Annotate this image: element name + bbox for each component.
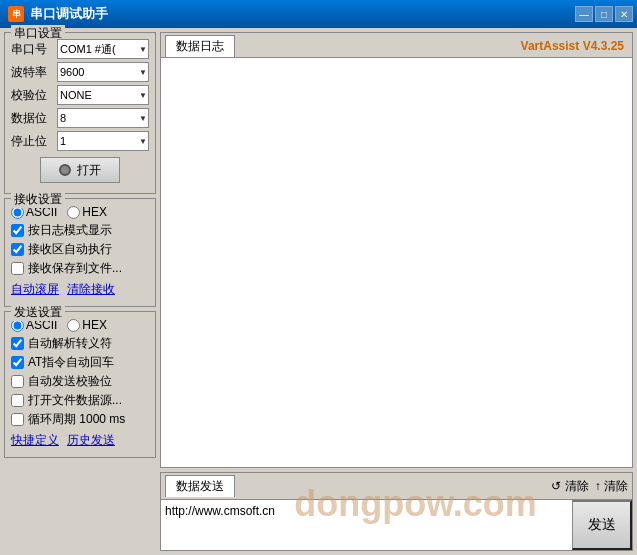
log-tab-area: 数据日志 VartAssist V4.3.25 ◀ — [160, 32, 633, 468]
data-bits-select[interactable]: 8 7 6 — [57, 108, 149, 128]
send-hex-option[interactable]: HEX — [67, 318, 107, 332]
data-bits-row: 数据位 8 7 6 — [11, 108, 149, 128]
left-panel: 串口设置 串口号 COM1 #通( COM2 COM3 波特率 9600 — [0, 28, 160, 555]
quick-define-link[interactable]: 快捷定义 — [11, 432, 59, 449]
parity-select-wrapper: NONE ODD EVEN — [57, 85, 149, 105]
serial-port-row: 串口号 COM1 #通( COM2 COM3 — [11, 39, 149, 59]
save-to-file-label: 接收保存到文件... — [28, 260, 122, 277]
window-title: 串口调试助手 — [30, 5, 108, 23]
auto-scroll-link[interactable]: 自动滚屏 — [11, 281, 59, 298]
auto-escape-check[interactable]: 自动解析转义符 — [11, 335, 149, 352]
receive-hex-label: HEX — [82, 205, 107, 219]
parity-label: 校验位 — [11, 87, 53, 104]
log-tab-header: 数据日志 VartAssist V4.3.25 — [161, 33, 632, 58]
send-tab-button[interactable]: 数据发送 — [165, 475, 235, 497]
open-file-check[interactable]: 打开文件数据源... — [11, 392, 149, 409]
save-to-file-check[interactable]: 接收保存到文件... — [11, 260, 149, 277]
data-bits-label: 数据位 — [11, 110, 53, 127]
auto-escape-label: 自动解析转义符 — [28, 335, 112, 352]
auto-escape-checkbox[interactable] — [11, 337, 24, 350]
send-settings-title: 发送设置 — [11, 304, 65, 321]
send-controls: ↺ 清除 ↑ 清除 — [551, 478, 628, 495]
stop-bits-label: 停止位 — [11, 133, 53, 150]
open-file-checkbox[interactable] — [11, 394, 24, 407]
open-file-label: 打开文件数据源... — [28, 392, 122, 409]
at-enter-checkbox[interactable] — [11, 356, 24, 369]
log-mode-checkbox[interactable] — [11, 224, 24, 237]
minimize-button[interactable]: — — [575, 6, 593, 22]
history-send-link[interactable]: 历史发送 — [67, 432, 115, 449]
version-label: VartAssist V4.3.25 — [521, 39, 624, 53]
receive-settings-title: 接收设置 — [11, 191, 65, 208]
auto-checksum-check[interactable]: 自动发送校验位 — [11, 373, 149, 390]
receive-hex-radio[interactable] — [67, 206, 80, 219]
send-header: 数据发送 ↺ 清除 ↑ 清除 — [161, 473, 632, 500]
save-to-file-checkbox[interactable] — [11, 262, 24, 275]
send-button[interactable]: 发送 — [572, 500, 632, 550]
receive-links: 自动滚屏 清除接收 — [11, 281, 149, 298]
send-settings-section: 发送设置 ASCII HEX 自动解析转义符 AT指令自动回车 — [4, 311, 156, 458]
serial-port-select-wrapper: COM1 #通( COM2 COM3 — [57, 39, 149, 59]
parity-row: 校验位 NONE ODD EVEN — [11, 85, 149, 105]
parity-select[interactable]: NONE ODD EVEN — [57, 85, 149, 105]
baud-rate-select-wrapper: 9600 115200 19200 — [57, 62, 149, 82]
send-input[interactable] — [161, 500, 572, 550]
log-mode-label: 按日志模式显示 — [28, 222, 112, 239]
baud-rate-select[interactable]: 9600 115200 19200 — [57, 62, 149, 82]
main-container: 串口设置 串口号 COM1 #通( COM2 COM3 波特率 9600 — [0, 28, 637, 555]
data-bits-select-wrapper: 8 7 6 — [57, 108, 149, 128]
auto-checksum-checkbox[interactable] — [11, 375, 24, 388]
stop-bits-row: 停止位 1 1.5 2 — [11, 131, 149, 151]
clear-receive-link[interactable]: 清除接收 — [67, 281, 115, 298]
log-mode-check[interactable]: 按日志模式显示 — [11, 222, 149, 239]
log-area: ◀ — [161, 58, 632, 467]
auto-checksum-label: 自动发送校验位 — [28, 373, 112, 390]
open-button-label: 打开 — [77, 162, 101, 179]
loop-interval-check[interactable]: 循环周期 1000 ms — [11, 411, 149, 428]
loop-interval-checkbox[interactable] — [11, 413, 24, 426]
loop-interval-label: 循环周期 1000 ms — [28, 411, 125, 428]
serial-port-label: 串口号 — [11, 41, 53, 58]
send-hex-label: HEX — [82, 318, 107, 332]
clear-send-button[interactable]: ↑ 清除 — [595, 478, 628, 495]
maximize-button[interactable]: □ — [595, 6, 613, 22]
log-tab-button[interactable]: 数据日志 — [165, 35, 235, 57]
baud-rate-row: 波特率 9600 115200 19200 — [11, 62, 149, 82]
send-hex-radio[interactable] — [67, 319, 80, 332]
open-port-button[interactable]: 打开 — [40, 157, 120, 183]
title-bar: 串 串口调试助手 — □ ✕ — [0, 0, 637, 28]
baud-rate-label: 波特率 — [11, 64, 53, 81]
clear-log-button[interactable]: ↺ 清除 — [551, 478, 588, 495]
right-panel: 数据日志 VartAssist V4.3.25 ◀ 数据发送 ↺ 清除 ↑ 清除… — [160, 28, 637, 555]
auto-execute-label: 接收区自动执行 — [28, 241, 112, 258]
stop-bits-select-wrapper: 1 1.5 2 — [57, 131, 149, 151]
receive-hex-option[interactable]: HEX — [67, 205, 107, 219]
status-dot — [59, 164, 71, 176]
window-controls: — □ ✕ — [575, 6, 633, 22]
send-area: 数据发送 ↺ 清除 ↑ 清除 发送 — [160, 472, 633, 551]
auto-execute-checkbox[interactable] — [11, 243, 24, 256]
app-icon: 串 — [8, 6, 24, 22]
send-links: 快捷定义 历史发送 — [11, 432, 149, 449]
close-button[interactable]: ✕ — [615, 6, 633, 22]
auto-execute-check[interactable]: 接收区自动执行 — [11, 241, 149, 258]
at-enter-check[interactable]: AT指令自动回车 — [11, 354, 149, 371]
at-enter-label: AT指令自动回车 — [28, 354, 114, 371]
send-body: 发送 — [161, 500, 632, 550]
receive-settings-section: 接收设置 ASCII HEX 按日志模式显示 接收区自动执行 — [4, 198, 156, 307]
serial-settings-section: 串口设置 串口号 COM1 #通( COM2 COM3 波特率 9600 — [4, 32, 156, 194]
stop-bits-select[interactable]: 1 1.5 2 — [57, 131, 149, 151]
serial-port-select[interactable]: COM1 #通( COM2 COM3 — [57, 39, 149, 59]
